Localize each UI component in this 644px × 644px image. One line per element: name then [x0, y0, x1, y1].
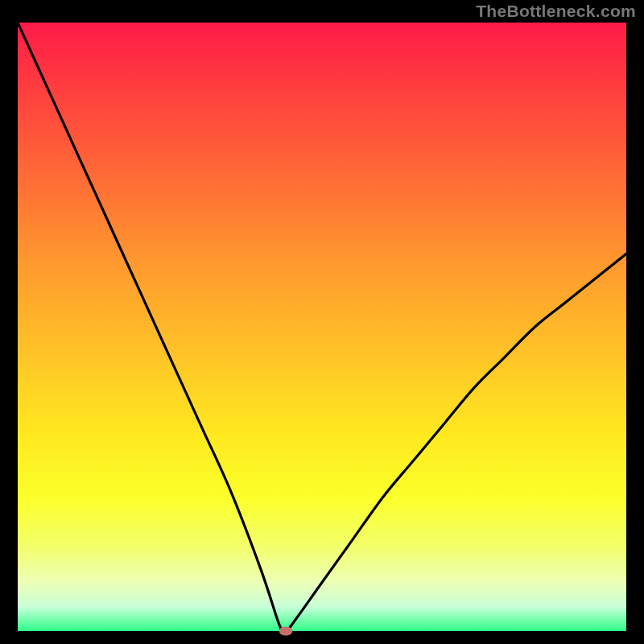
optimal-point-marker [279, 627, 292, 636]
chart-frame: TheBottleneck.com [0, 0, 644, 644]
watermark-text: TheBottleneck.com [476, 2, 636, 21]
bottleneck-curve [18, 23, 626, 631]
plot-area [18, 23, 626, 631]
curve-path [18, 23, 626, 631]
